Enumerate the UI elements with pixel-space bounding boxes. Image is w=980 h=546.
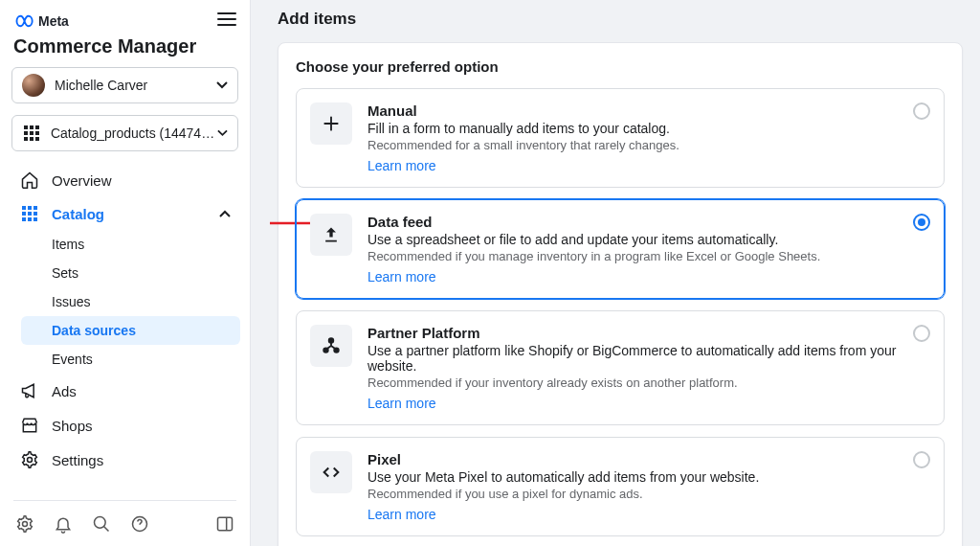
brand-name: Meta xyxy=(38,13,69,29)
user-dropdown[interactable]: Michelle Carver xyxy=(11,67,238,103)
home-icon xyxy=(19,171,40,190)
product-title: Commerce Manager xyxy=(10,34,240,67)
learn-more-link[interactable]: Learn more xyxy=(368,269,436,284)
option-rec: Recommended if you use a pixel for dynam… xyxy=(368,487,898,501)
radio[interactable] xyxy=(913,451,930,468)
learn-more-link[interactable]: Learn more xyxy=(368,507,436,522)
svg-rect-15 xyxy=(22,217,26,221)
svg-rect-10 xyxy=(28,206,32,210)
catalog-grid-icon xyxy=(22,123,41,144)
option-title: Partner Platform xyxy=(368,325,898,341)
main: Add items Choose your preferred option M… xyxy=(251,0,980,546)
avatar xyxy=(22,74,45,97)
svg-rect-7 xyxy=(30,137,33,141)
svg-rect-5 xyxy=(35,131,39,135)
option-desc: Use a partner platform like Shopify or B… xyxy=(368,343,898,374)
svg-rect-14 xyxy=(33,212,37,216)
svg-rect-22 xyxy=(218,517,233,530)
svg-rect-13 xyxy=(28,212,32,216)
svg-rect-12 xyxy=(22,212,26,216)
help-icon[interactable] xyxy=(130,514,149,536)
nav-shops[interactable]: Shops xyxy=(10,408,240,443)
nav-sub-issues[interactable]: Issues xyxy=(21,287,240,316)
nav-catalog[interactable]: Catalog xyxy=(10,197,240,230)
meta-logo: Meta xyxy=(13,13,69,29)
storefront-icon xyxy=(19,416,40,435)
chevron-up-icon xyxy=(219,210,231,217)
nav-sub-sets[interactable]: Sets xyxy=(21,259,240,287)
option-pixel[interactable]: Pixel Use your Meta Pixel to automatical… xyxy=(296,437,945,536)
nav-catalog-sub: Items Sets Issues Data sources Events xyxy=(10,230,240,374)
bell-icon[interactable] xyxy=(54,514,73,536)
divider xyxy=(13,500,236,501)
svg-rect-16 xyxy=(28,217,32,221)
svg-point-18 xyxy=(28,458,33,463)
nav-settings[interactable]: Settings xyxy=(10,443,240,477)
option-desc: Use your Meta Pixel to automatically add… xyxy=(368,469,898,485)
megaphone-icon xyxy=(19,381,40,400)
option-title: Manual xyxy=(368,102,898,119)
nav-sub-items[interactable]: Items xyxy=(21,230,240,259)
options-card: Choose your preferred option Manual Fill… xyxy=(278,42,963,546)
svg-point-20 xyxy=(95,517,106,529)
option-desc: Use a spreadsheet or file to add and upd… xyxy=(368,232,898,247)
option-manual[interactable]: Manual Fill in a form to manually add it… xyxy=(296,88,945,188)
nav: Overview Catalog Items Sets Issues Data … xyxy=(10,163,240,492)
nav-sub-data-sources[interactable]: Data sources xyxy=(21,316,240,345)
option-rec: Recommended if you manage inventory in a… xyxy=(368,249,898,263)
hamburger-icon[interactable] xyxy=(217,11,236,30)
gear-icon xyxy=(19,450,40,469)
plus-icon xyxy=(310,102,352,145)
sidebar: Meta Commerce Manager Michelle Carver Ca… xyxy=(0,0,251,546)
sidebar-footer xyxy=(10,509,240,538)
radio[interactable] xyxy=(913,325,930,342)
svg-rect-8 xyxy=(35,137,39,141)
option-desc: Fill in a form to manually add items to … xyxy=(368,121,898,136)
learn-more-link[interactable]: Learn more xyxy=(368,396,436,411)
code-icon xyxy=(310,451,352,493)
nav-label: Ads xyxy=(52,383,77,399)
svg-rect-4 xyxy=(30,131,33,135)
svg-point-19 xyxy=(23,522,28,527)
chevron-down-icon xyxy=(217,129,228,137)
catalog-dropdown[interactable]: Catalog_products (14474070... xyxy=(11,115,238,151)
meta-infinity-icon xyxy=(13,14,34,28)
svg-rect-2 xyxy=(35,125,39,129)
option-title: Pixel xyxy=(368,451,898,467)
chevron-down-icon xyxy=(216,81,228,89)
svg-rect-1 xyxy=(30,125,33,129)
panel-toggle-icon[interactable] xyxy=(215,521,234,536)
svg-rect-11 xyxy=(33,206,37,210)
svg-rect-3 xyxy=(24,131,28,135)
user-name: Michelle Carver xyxy=(55,78,147,93)
option-data-feed[interactable]: Data feed Use a spreadsheet or file to a… xyxy=(296,199,945,299)
page-title: Add items xyxy=(278,10,963,42)
option-rec: Recommended for a small inventory that r… xyxy=(368,138,898,152)
search-icon[interactable] xyxy=(92,514,111,536)
radio[interactable] xyxy=(913,214,930,231)
nav-overview[interactable]: Overview xyxy=(10,163,240,197)
nav-sub-events[interactable]: Events xyxy=(21,345,240,374)
grid-icon xyxy=(19,205,40,222)
svg-rect-0 xyxy=(24,125,28,129)
nav-label: Catalog xyxy=(52,206,104,222)
learn-more-link[interactable]: Learn more xyxy=(368,158,436,173)
nav-label: Shops xyxy=(52,418,93,434)
nav-ads[interactable]: Ads xyxy=(10,374,240,408)
option-title: Data feed xyxy=(368,214,898,230)
option-partner[interactable]: Partner Platform Use a partner platform … xyxy=(296,310,945,425)
catalog-label: Catalog_products (14474070... xyxy=(51,125,217,141)
network-icon xyxy=(310,325,352,367)
svg-rect-6 xyxy=(24,137,28,141)
svg-point-24 xyxy=(329,338,334,343)
card-title: Choose your preferred option xyxy=(296,58,945,75)
nav-label: Overview xyxy=(52,172,112,189)
radio[interactable] xyxy=(913,102,930,120)
nav-label: Settings xyxy=(52,452,103,468)
upload-icon xyxy=(310,214,352,256)
sidebar-header: Meta xyxy=(10,11,240,30)
svg-rect-9 xyxy=(22,206,26,210)
app-root: Meta Commerce Manager Michelle Carver Ca… xyxy=(0,0,980,546)
gear-icon[interactable] xyxy=(15,514,34,536)
svg-rect-17 xyxy=(33,217,37,221)
